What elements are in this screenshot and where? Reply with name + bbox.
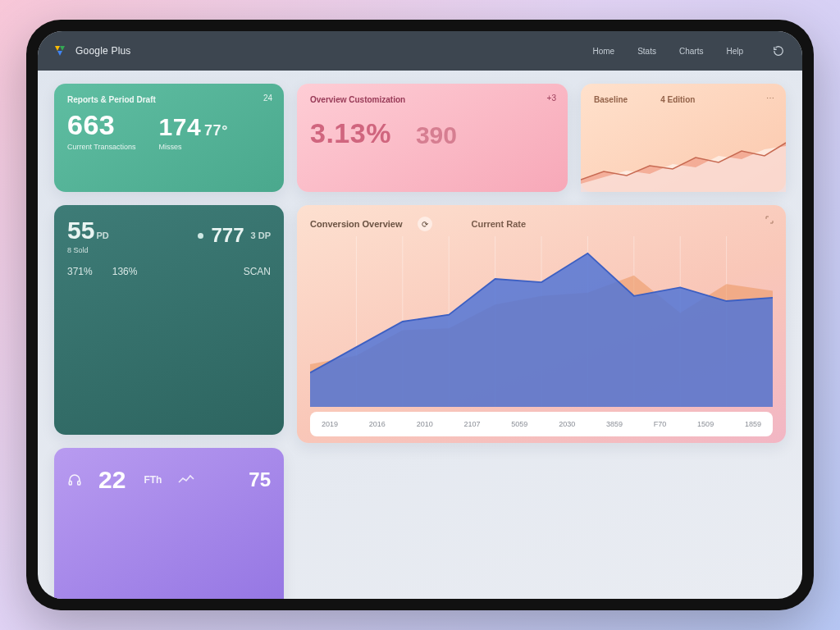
metric-v1: 55 [67,217,94,244]
headphones-icon [67,472,82,487]
main-chart-title: Conversion Overview [310,219,403,229]
score-v2: 75 [249,468,271,491]
metric-b3: SCAN [244,266,271,277]
main-chart-label2: Current Rate [472,219,527,229]
score-v1: 22 [98,466,126,494]
brand-name: Google Plus [75,45,131,57]
nav-stats[interactable]: Stats [628,42,666,61]
sparkline-chart [581,135,786,192]
nav-home[interactable]: Home [582,42,624,61]
card-main-chart[interactable]: Conversion Overview ⟳ Current Rate [297,205,786,443]
card-overview-title: Overview Customization [310,95,555,104]
refresh-icon[interactable] [769,42,788,60]
main-chart-xaxis: 20192016 20102107 50592030 3859F70 15091… [310,412,773,436]
top-nav: Home Stats Charts Help [582,42,753,61]
metric-b2: 136% [112,266,138,277]
spark-more-icon[interactable]: ⋯ [766,94,774,103]
screen: Google Plus Home Stats Charts Help Repor… [38,31,802,599]
card-sparkline[interactable]: Baseline 4 Edition ⋯ [581,84,786,192]
reports-value-2: 17477° [159,113,228,141]
svg-rect-1 [78,482,80,486]
svg-rect-0 [69,482,71,486]
card-score[interactable]: 22 FTh 75 [54,448,284,599]
spark-legend-2: 4 Edition [660,95,695,104]
spark-mini-icon [178,474,194,486]
metric-s1: 8 Sold [67,246,109,254]
metric-v2: 777 [211,224,244,247]
reports-sub-2: Misses [159,143,228,151]
main-area-chart [310,236,773,407]
dashboard-content: Reports & Period Draft 24 663 Current Tr… [38,71,802,599]
dot-icon [198,233,203,239]
nav-help[interactable]: Help [716,42,753,61]
card-overview[interactable]: Overview Customization +3 3.13% 390 [297,84,568,192]
card-reports-badge: 24 [263,94,272,103]
refresh-badge-icon[interactable]: ⟳ [418,217,432,231]
reports-sub-1: Current Transactions [67,143,136,151]
brand-logo-icon [52,43,67,58]
app-header: Google Plus Home Stats Charts Help [38,31,802,71]
overview-percent: 3.13% [310,117,391,149]
card-overview-badge: +3 [547,94,556,103]
tablet-frame: Google Plus Home Stats Charts Help Repor… [26,20,814,610]
main-chart-expand-icon[interactable] [765,215,774,225]
nav-charts[interactable]: Charts [669,42,713,61]
overview-count: 390 [416,121,457,149]
spark-legend-1: Baseline [594,95,628,104]
card-metrics[interactable]: 55PD 8 Sold 777 3 DP 371% 136% [54,205,284,435]
metric-b1: 371% [67,266,93,277]
reports-value-1: 663 [67,109,136,141]
card-reports[interactable]: Reports & Period Draft 24 663 Current Tr… [54,84,284,192]
card-reports-title: Reports & Period Draft [67,95,271,104]
